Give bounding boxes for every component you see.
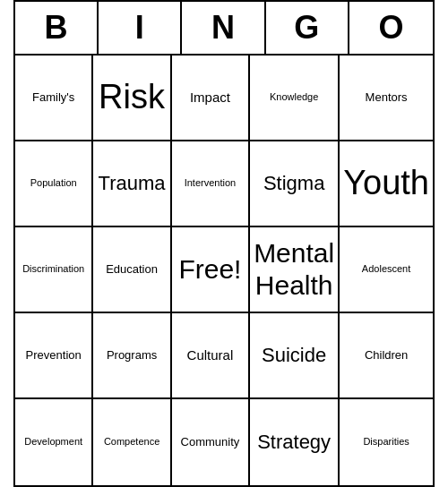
cell-label: Mental Health — [254, 237, 334, 302]
bingo-cell: Intervention — [172, 141, 250, 227]
bingo-cell: Free! — [172, 227, 250, 313]
bingo-cell: Youth — [340, 141, 433, 227]
bingo-cell: Risk — [93, 56, 171, 141]
bingo-cell: Competence — [93, 399, 171, 485]
header-letter-B: B — [15, 2, 99, 54]
cell-label: Education — [106, 262, 158, 277]
bingo-cell: Education — [93, 227, 171, 313]
bingo-cell: Stigma — [250, 141, 340, 227]
cell-label: Risk — [99, 77, 165, 118]
header-letter-I: I — [99, 2, 182, 54]
bingo-cell: Development — [15, 399, 93, 485]
bingo-header: BINGO — [15, 2, 433, 56]
cell-label: Adolescent — [362, 263, 410, 275]
bingo-cell: Community — [172, 399, 250, 485]
bingo-cell: Trauma — [93, 141, 171, 227]
cell-label: Disparities — [363, 436, 409, 448]
bingo-cell: Disparities — [340, 399, 433, 485]
cell-label: Programs — [107, 348, 157, 363]
cell-label: Suicide — [262, 344, 326, 367]
bingo-cell: Prevention — [15, 313, 93, 399]
bingo-cell: Programs — [93, 313, 171, 399]
bingo-cell: Cultural — [172, 313, 250, 399]
bingo-cell: Knowledge — [250, 56, 340, 141]
bingo-cell: Suicide — [250, 313, 340, 399]
header-letter-O: O — [349, 2, 433, 54]
cell-label: Knowledge — [270, 91, 318, 103]
cell-label: Impact — [190, 90, 230, 106]
bingo-card: BINGO Family'sRiskImpactKnowledgeMentors… — [13, 0, 435, 487]
bingo-cell: Family's — [15, 56, 93, 141]
cell-label: Cultural — [187, 347, 234, 363]
cell-label: Prevention — [26, 348, 82, 363]
bingo-cell: Discrimination — [15, 227, 93, 313]
cell-label: Population — [30, 177, 77, 189]
cell-label: Children — [365, 348, 408, 363]
cell-label: Development — [24, 436, 82, 448]
bingo-cell: Population — [15, 141, 93, 227]
header-letter-G: G — [266, 2, 349, 54]
cell-label: Family's — [32, 90, 74, 105]
cell-label: Strategy — [257, 431, 331, 454]
cell-label: Free! — [178, 253, 241, 286]
bingo-cell: Mental Health — [250, 227, 340, 313]
bingo-cell: Impact — [172, 56, 250, 141]
bingo-cell: Mentors — [340, 56, 433, 141]
bingo-cell: Strategy — [250, 399, 340, 485]
cell-label: Mentors — [366, 90, 408, 105]
cell-label: Trauma — [99, 172, 166, 195]
cell-label: Competence — [104, 436, 159, 448]
cell-label: Community — [181, 435, 240, 449]
cell-label: Discrimination — [22, 263, 84, 275]
cell-label: Stigma — [263, 172, 324, 195]
bingo-cell: Adolescent — [340, 227, 433, 313]
bingo-grid: Family'sRiskImpactKnowledgeMentorsPopula… — [15, 56, 433, 485]
cell-label: Intervention — [185, 177, 236, 189]
bingo-cell: Children — [340, 313, 433, 399]
cell-label: Youth — [343, 163, 429, 204]
header-letter-N: N — [182, 2, 265, 54]
